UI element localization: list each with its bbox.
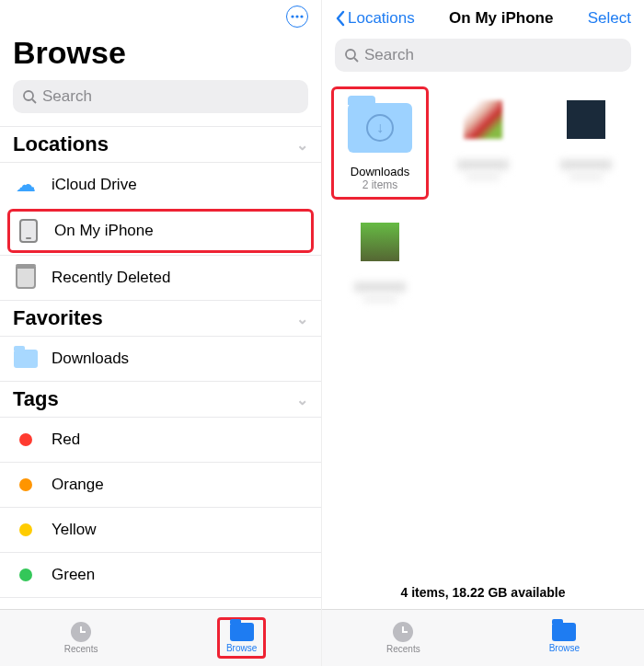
tab-recents[interactable]: Recents xyxy=(377,616,430,660)
tag-yellow[interactable]: Yellow xyxy=(0,507,321,552)
more-options-button[interactable] xyxy=(286,6,308,28)
tag-dot-icon xyxy=(13,472,39,498)
search-icon xyxy=(344,48,359,63)
folder-label: Downloads xyxy=(351,165,409,178)
folder-icon xyxy=(552,623,576,641)
search-container: Search xyxy=(322,33,644,81)
trash-icon xyxy=(13,265,39,291)
folder-icon xyxy=(13,346,39,372)
tag-red[interactable]: Red xyxy=(0,417,321,462)
search-placeholder: Search xyxy=(42,87,92,106)
folder-item[interactable] xyxy=(434,86,532,200)
folder-label-obscured xyxy=(457,160,509,169)
phone-icon xyxy=(16,218,41,244)
svg-point-1 xyxy=(295,15,298,17)
back-button[interactable]: Locations xyxy=(335,9,415,28)
chevron-down-icon: ⌄ xyxy=(296,310,308,327)
section-header-locations[interactable]: Locations ⌄ xyxy=(0,126,321,162)
search-icon xyxy=(22,89,37,104)
section-title: Favorites xyxy=(13,306,103,330)
folder-pane: Locations On My iPhone Select Search ↓ D… xyxy=(322,0,644,666)
tab-label: Recents xyxy=(64,644,98,654)
folder-grid: ↓ Downloads 2 items xyxy=(322,81,644,576)
tab-browse[interactable]: Browse xyxy=(217,617,266,659)
row-label: Recently Deleted xyxy=(52,269,170,287)
favorite-downloads[interactable]: Downloads xyxy=(0,336,321,381)
ellipsis-icon xyxy=(291,15,304,18)
svg-line-6 xyxy=(354,58,358,62)
tag-dot-icon xyxy=(13,562,39,588)
location-on-my-iphone[interactable]: On My iPhone xyxy=(7,209,314,253)
tab-label: Browse xyxy=(226,643,257,653)
cloud-icon: ☁ xyxy=(13,172,39,198)
select-button[interactable]: Select xyxy=(588,9,631,28)
folder-label-obscured xyxy=(560,160,612,169)
section-title: Locations xyxy=(13,132,109,156)
folder-thumb xyxy=(446,86,520,153)
folder-thumb xyxy=(343,209,417,275)
folder-subcap: 2 items xyxy=(362,178,398,191)
nav-title: On My iPhone xyxy=(449,9,553,28)
tab-recents[interactable]: Recents xyxy=(55,616,108,660)
folder-item[interactable] xyxy=(537,86,635,200)
section-header-favorites[interactable]: Favorites ⌄ xyxy=(0,300,321,336)
folder-icon xyxy=(230,623,254,641)
download-arrow-icon: ↓ xyxy=(366,114,394,142)
row-label: On My iPhone xyxy=(54,222,154,240)
folder-thumb: ↓ xyxy=(343,95,417,161)
browse-list: Locations ⌄ ☁ iCloud Drive On My iPhone … xyxy=(0,126,321,609)
folder-label-obscured xyxy=(354,282,406,292)
row-label: iCloud Drive xyxy=(52,176,137,194)
location-icloud-drive[interactable]: ☁ iCloud Drive xyxy=(0,162,321,207)
tab-bar: Recents Browse xyxy=(0,609,321,666)
tag-orange[interactable]: Orange xyxy=(0,462,321,507)
row-label: Orange xyxy=(52,476,104,494)
search-container: Search xyxy=(0,80,321,126)
folder-downloads[interactable]: ↓ Downloads 2 items xyxy=(331,86,429,200)
location-recently-deleted[interactable]: Recently Deleted xyxy=(0,255,321,300)
clock-icon xyxy=(393,622,413,642)
section-title: Tags xyxy=(13,387,59,411)
section-header-tags[interactable]: Tags ⌄ xyxy=(0,381,321,417)
nav-bar: Locations On My iPhone Select xyxy=(322,0,644,33)
tab-browse[interactable]: Browse xyxy=(540,617,589,659)
svg-point-5 xyxy=(346,50,355,59)
search-placeholder: Search xyxy=(364,46,414,64)
back-label: Locations xyxy=(348,9,415,28)
row-label: Green xyxy=(52,566,95,584)
row-label: Downloads xyxy=(52,350,129,368)
tab-label: Browse xyxy=(549,643,580,653)
search-input[interactable]: Search xyxy=(335,39,631,72)
folder-item[interactable] xyxy=(331,209,429,303)
chevron-down-icon: ⌄ xyxy=(296,136,308,154)
tag-blue[interactable]: Blue xyxy=(0,597,321,609)
row-label: Yellow xyxy=(52,521,97,539)
svg-point-3 xyxy=(24,91,33,100)
page-title: Browse xyxy=(0,35,321,80)
chevron-left-icon xyxy=(335,10,346,27)
tab-bar: Recents Browse xyxy=(322,609,644,666)
left-header xyxy=(0,0,321,35)
folder-subcap-obscured xyxy=(569,173,603,180)
browse-pane: Browse Search Locations ⌄ ☁ iCloud Drive… xyxy=(0,0,322,666)
tag-dot-icon xyxy=(13,517,39,543)
chevron-down-icon: ⌄ xyxy=(296,391,308,408)
folder-subcap-obscured xyxy=(466,173,500,180)
svg-point-2 xyxy=(300,15,303,17)
tag-green[interactable]: Green xyxy=(0,552,321,597)
storage-status: 4 items, 18.22 GB available xyxy=(322,576,644,609)
tab-label: Recents xyxy=(386,644,420,654)
svg-point-0 xyxy=(291,15,293,17)
folder-subcap-obscured xyxy=(363,295,397,303)
row-label: Red xyxy=(52,431,80,449)
tag-dot-icon xyxy=(13,427,39,453)
clock-icon xyxy=(71,622,91,642)
folder-thumb xyxy=(549,86,623,153)
search-input[interactable]: Search xyxy=(13,80,308,113)
svg-line-4 xyxy=(32,99,36,103)
